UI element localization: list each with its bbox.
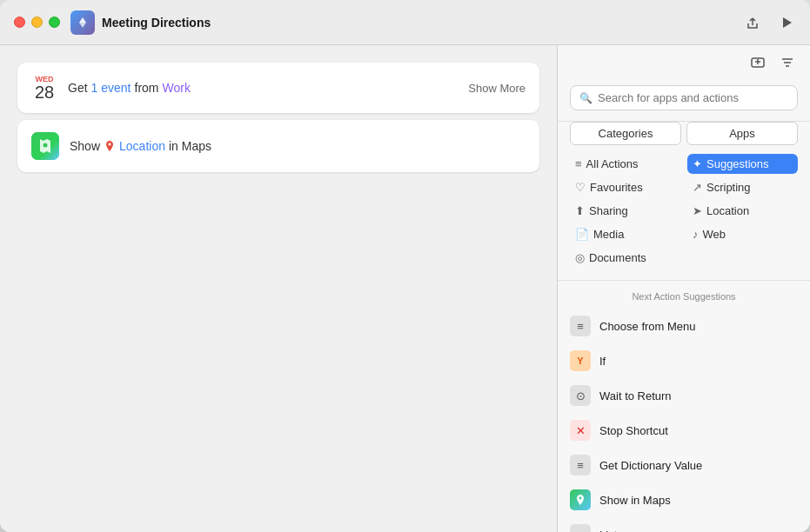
suggestions-label: Suggestions xyxy=(706,157,769,170)
scripting-icon: ↗ xyxy=(693,181,702,194)
sharing-icon: ⬆ xyxy=(575,204,585,217)
search-icon: 🔍 xyxy=(579,92,592,104)
cat-row-1: ≡ All Actions ✦ Suggestions xyxy=(570,154,798,174)
show-in-maps-icon xyxy=(570,489,591,510)
apps-tab[interactable]: Apps xyxy=(686,122,798,145)
web-label: Documents xyxy=(589,251,646,264)
text-show: Show xyxy=(70,139,100,153)
choose-from-menu-label: Choose from Menu xyxy=(599,320,696,333)
suggestion-wait-to-return[interactable]: ⊙ Wait to Return xyxy=(558,378,810,413)
suggestion-stop-shortcut[interactable]: ✕ Stop Shortcut xyxy=(558,413,810,448)
svg-point-2 xyxy=(44,143,48,148)
sidebar-item-scripting[interactable]: ↗ Scripting xyxy=(687,177,798,197)
app-title-group: Meeting Directions xyxy=(70,10,732,35)
app-window: Meeting Directions Wed 28 xyxy=(0,0,810,532)
sidebar-item-favourites[interactable]: ♡ Favourites xyxy=(570,177,680,197)
sidebar-item-suggestions[interactable]: ✦ Suggestions xyxy=(687,154,798,174)
documents-icon: 📄 xyxy=(575,228,589,241)
maps-icon xyxy=(31,132,59,160)
search-wrapper: 🔍 xyxy=(570,85,798,110)
suggestion-choose-from-menu[interactable]: ≡ Choose from Menu xyxy=(558,309,810,343)
suggestions-header: Next Action Suggestions xyxy=(558,288,810,309)
share-button[interactable] xyxy=(742,12,763,33)
if-icon: Y xyxy=(570,350,591,371)
location-icon: ➤ xyxy=(693,204,702,217)
stop-shortcut-icon: ✕ xyxy=(570,420,591,441)
wait-to-return-icon: ⊙ xyxy=(570,385,591,406)
suggestion-get-dictionary-value[interactable]: ≡ Get Dictionary Value xyxy=(558,448,810,482)
get-dictionary-value-label: Get Dictionary Value xyxy=(599,459,702,472)
svg-marker-0 xyxy=(783,17,792,28)
get-event-card: Wed 28 Get 1 event from Work Show More xyxy=(17,63,539,113)
favourites-icon: ♡ xyxy=(575,181,586,194)
favourites-label: Favourites xyxy=(590,181,643,194)
right-panel: 🔍 Categories Apps ≡ All Actions ✦ xyxy=(558,45,810,532)
show-in-maps-label: Show in Maps xyxy=(599,494,671,507)
media-label: Web xyxy=(703,228,726,241)
sidebar-item-all-actions[interactable]: ≡ All Actions xyxy=(570,154,680,174)
sidebar-item-media[interactable]: ♪ Web xyxy=(687,224,798,244)
suggestion-list[interactable]: ≡ List xyxy=(558,517,810,532)
documents-label: Media xyxy=(593,228,624,241)
add-to-dock-button[interactable] xyxy=(747,52,768,73)
tab-row: Categories Apps xyxy=(558,122,810,154)
location-token[interactable]: Location xyxy=(119,139,165,153)
if-label: If xyxy=(599,355,606,368)
list-icon: ≡ xyxy=(570,524,591,532)
wait-to-return-label: Wait to Return xyxy=(599,389,672,402)
minimize-button[interactable] xyxy=(31,17,43,28)
sidebar-item-location[interactable]: ➤ Location xyxy=(687,201,798,221)
suggestion-if[interactable]: Y If xyxy=(558,343,810,378)
card2-content: Show Location in Maps xyxy=(70,139,525,153)
traffic-lights xyxy=(14,17,60,28)
date-number: 28 xyxy=(35,83,54,101)
media-icon: ♪ xyxy=(693,228,699,241)
all-actions-label: All Actions xyxy=(586,157,639,170)
sidebar-item-web[interactable]: ◎ Documents xyxy=(570,248,798,268)
cat-row-5: ◎ Documents xyxy=(570,248,798,268)
titlebar: Meeting Directions xyxy=(0,0,810,45)
event-token[interactable]: 1 event xyxy=(91,81,131,95)
categories-grid: ≡ All Actions ✦ Suggestions ♡ Favourites… xyxy=(558,154,810,281)
sharing-label: Sharing xyxy=(589,204,628,217)
cat-row-3: ⬆ Sharing ➤ Location xyxy=(570,201,798,221)
show-maps-card: Show Location in Maps xyxy=(17,120,539,172)
all-actions-icon: ≡ xyxy=(575,157,582,170)
text-in-maps: in Maps xyxy=(169,139,211,153)
scripting-label: Scripting xyxy=(706,181,751,194)
search-input[interactable] xyxy=(598,91,788,104)
suggestions-icon: ✦ xyxy=(693,157,702,170)
left-panel: Wed 28 Get 1 event from Work Show More xyxy=(0,45,558,532)
web-icon: ◎ xyxy=(575,251,585,264)
location-pin-icon xyxy=(104,140,116,152)
text-get: Get xyxy=(68,81,88,95)
get-dictionary-value-icon: ≡ xyxy=(570,455,591,475)
work-token[interactable]: Work xyxy=(163,81,191,95)
card-content: Get 1 event from Work xyxy=(68,81,458,95)
titlebar-actions xyxy=(742,12,796,33)
show-more-button[interactable]: Show More xyxy=(468,82,525,95)
window-title: Meeting Directions xyxy=(102,16,211,30)
cat-row-2: ♡ Favourites ↗ Scripting xyxy=(570,177,798,197)
suggestion-show-in-maps[interactable]: Show in Maps xyxy=(558,482,810,517)
cat-row-4: 📄 Media ♪ Web xyxy=(570,224,798,244)
list-label: List xyxy=(599,529,617,533)
maximize-button[interactable] xyxy=(49,17,60,28)
close-button[interactable] xyxy=(14,17,25,28)
stop-shortcut-label: Stop Shortcut xyxy=(599,424,668,437)
location-label: Location xyxy=(706,204,749,217)
calendar-date: Wed 28 xyxy=(31,75,57,101)
filter-button[interactable] xyxy=(777,52,798,73)
shortcuts-app-icon xyxy=(70,10,95,35)
categories-tab[interactable]: Categories xyxy=(570,122,681,145)
sidebar-item-sharing[interactable]: ⬆ Sharing xyxy=(570,201,680,221)
choose-from-menu-icon: ≡ xyxy=(570,316,591,336)
suggestions-section: Next Action Suggestions ≡ Choose from Me… xyxy=(558,281,810,532)
main-content: Wed 28 Get 1 event from Work Show More xyxy=(0,45,810,532)
sidebar-item-documents[interactable]: 📄 Media xyxy=(570,224,680,244)
search-bar: 🔍 xyxy=(558,75,810,122)
run-button[interactable] xyxy=(777,13,796,32)
text-from: from xyxy=(135,81,159,95)
